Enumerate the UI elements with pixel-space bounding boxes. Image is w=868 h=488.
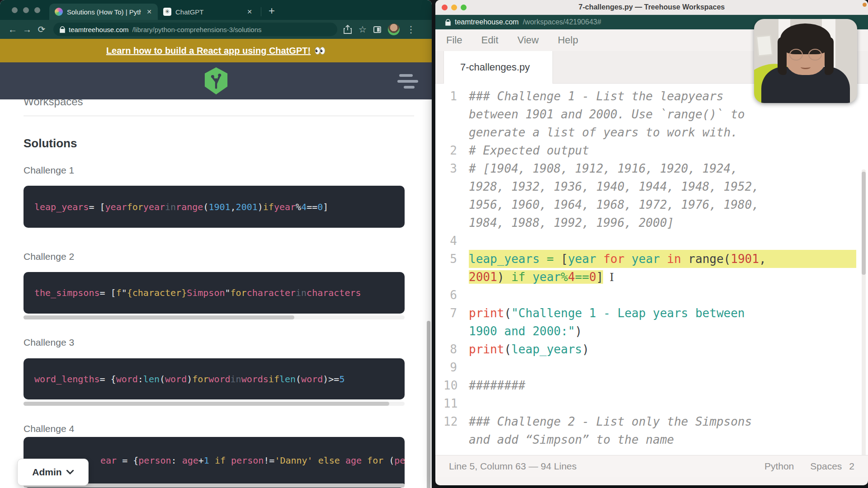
code-line[interactable]: 2001) if year%4==0]I xyxy=(435,268,868,286)
lock-icon xyxy=(445,19,451,26)
editor-scrollbar-thumb[interactable] xyxy=(862,172,866,275)
close-tab-icon[interactable]: ✕ xyxy=(145,8,153,15)
address-bar[interactable]: teamtreehouse.com/library/python-compreh… xyxy=(53,23,337,36)
profile-avatar[interactable] xyxy=(388,23,400,35)
code-line[interactable]: 9 xyxy=(435,358,868,376)
code-token: else xyxy=(313,455,345,466)
code-line[interactable]: 7print("Challenge 1 - Leap years between xyxy=(435,304,868,322)
line-number xyxy=(435,268,457,286)
code-line[interactable]: 12### Challenge 2 - List only the Simpso… xyxy=(435,413,868,431)
code-token: ( xyxy=(504,343,511,356)
code-token: age xyxy=(345,455,362,466)
line-number: 8 xyxy=(435,340,457,358)
code-token: 1984, 1988, 1992, 1996, 2000] xyxy=(469,216,674,230)
zoom-window-button[interactable] xyxy=(34,7,40,13)
code-line[interactable]: 1984, 1988, 1992, 1996, 2000] xyxy=(435,214,868,232)
code-token: if xyxy=(511,270,533,284)
breadcrumb[interactable]: Workspaces xyxy=(24,99,83,108)
reload-icon[interactable]: ⟳ xyxy=(34,24,49,35)
code-token: in xyxy=(296,287,307,298)
forward-icon[interactable]: → xyxy=(20,24,34,35)
code-token: year xyxy=(533,270,561,284)
bookmark-star-icon[interactable]: ☆ xyxy=(359,24,367,35)
close-window-button[interactable] xyxy=(12,7,18,13)
background-window-dot xyxy=(863,3,867,7)
browser-menu-icon[interactable]: ⋮ xyxy=(406,24,415,35)
code-line-text: generate a list of years to work with. xyxy=(469,123,738,141)
code-token: if xyxy=(269,374,279,385)
site-header xyxy=(0,62,432,99)
code-token: "Challenge 1 - Leap years between xyxy=(511,306,745,320)
code-token: ) xyxy=(575,324,582,338)
code-line[interactable]: between 1901 and 2000. Use `range()` to xyxy=(435,105,868,123)
code-line-text: 1928, 1932, 1936, 1940, 1944, 1948, 1952… xyxy=(469,178,759,196)
code-token: f xyxy=(116,287,122,298)
line-number: 3 xyxy=(435,160,457,178)
horizontal-scrollbar-thumb[interactable] xyxy=(24,402,389,406)
menu-edit[interactable]: Edit xyxy=(481,34,498,46)
code-token: " xyxy=(225,287,230,298)
code-editor[interactable]: 1### Challenge 1 - List the leapyearsbet… xyxy=(435,84,868,455)
code-line[interactable]: 1928, 1932, 1936, 1940, 1944, 1948, 1952… xyxy=(435,178,868,196)
code-line[interactable]: 10######## xyxy=(435,376,868,394)
promo-banner-link[interactable]: Learn how to build a React app using Cha… xyxy=(106,46,311,56)
code-token: year xyxy=(632,252,660,266)
window-title-bar[interactable]: 7-challenges.py — Treehouse Workspaces xyxy=(435,0,868,15)
code-line[interactable]: and add “Simpson” to the name xyxy=(435,431,868,449)
admin-dropdown-button[interactable]: Admin xyxy=(17,459,89,486)
minimize-window-button[interactable] xyxy=(23,7,29,13)
challenge-label: Challenge 2 xyxy=(24,251,74,262)
code-line[interactable]: 1900 and 2000:") xyxy=(435,322,868,340)
horizontal-scrollbar[interactable] xyxy=(24,402,405,406)
tab-separator xyxy=(261,7,261,16)
code-line-text: 1900 and 2000:") xyxy=(469,322,582,340)
share-icon[interactable] xyxy=(344,25,352,34)
eyes-emoji-icon: 👀 xyxy=(314,45,326,56)
code-token: in xyxy=(231,374,241,385)
window-controls[interactable] xyxy=(0,0,49,20)
close-tab-icon[interactable]: ✕ xyxy=(245,8,254,15)
treehouse-logo-icon[interactable] xyxy=(204,67,228,95)
menu-view[interactable]: View xyxy=(517,34,538,46)
code-line[interactable]: 3# [1904, 1908, 1912, 1916, 1920, 1924, xyxy=(435,160,868,178)
browser-toolbar: ← → ⟳ teamtreehouse.com/library/python-c… xyxy=(0,20,432,39)
code-line[interactable]: 8print(leap_years) xyxy=(435,340,868,358)
minimize-window-button[interactable] xyxy=(451,5,457,10)
vertical-scrollbar[interactable] xyxy=(427,321,430,488)
new-tab-button[interactable]: + xyxy=(264,5,281,20)
code-token: ] xyxy=(323,202,328,212)
side-panel-icon[interactable] xyxy=(373,26,381,33)
code-token: : xyxy=(171,455,182,466)
promo-banner[interactable]: Learn how to build a React app using Cha… xyxy=(0,39,432,62)
code-line[interactable]: 1956, 1960, 1964, 1968, 1972, 1976, 1980… xyxy=(435,196,868,214)
glasses-icon xyxy=(789,49,803,61)
indent-size[interactable]: 2 xyxy=(849,461,854,472)
page-title: Solutions xyxy=(24,136,77,150)
code-line[interactable]: generate a list of years to work with. xyxy=(435,123,868,141)
close-window-button[interactable] xyxy=(442,5,448,10)
language-mode[interactable]: Python xyxy=(764,461,794,472)
menu-file[interactable]: File xyxy=(446,34,462,46)
tab-chatgpt[interactable]: ✳ ChatGPT ✕ xyxy=(158,4,258,20)
code-token: 'Danny' xyxy=(274,455,312,466)
horizontal-scrollbar[interactable] xyxy=(24,315,405,319)
hamburger-menu-icon[interactable] xyxy=(397,74,419,92)
code-token: 1928, 1932, 1936, 1940, 1944, 1948, 1952… xyxy=(469,180,759,193)
code-token: != xyxy=(264,455,274,466)
tab-solutions[interactable]: Solutions (How To) | Python Co ✕ xyxy=(49,4,158,20)
challenge-label: Challenge 4 xyxy=(24,423,74,434)
window-controls[interactable] xyxy=(442,0,467,15)
zoom-window-button[interactable] xyxy=(461,5,467,10)
code-line[interactable]: 4 xyxy=(435,232,868,250)
code-line[interactable]: 11 xyxy=(435,394,868,413)
horizontal-scrollbar-thumb[interactable] xyxy=(24,315,294,319)
menu-help[interactable]: Help xyxy=(558,34,578,46)
code-line[interactable]: 5leap_years = [year for year in range(19… xyxy=(435,250,868,268)
back-icon[interactable]: ← xyxy=(5,24,20,35)
code-line[interactable]: 2# Expected output xyxy=(435,141,868,160)
code-token: ) xyxy=(497,270,511,284)
code-line[interactable]: 6 xyxy=(435,286,868,304)
indent-type[interactable]: Spaces xyxy=(810,461,842,472)
editor-tab-active[interactable]: 7-challenges.py xyxy=(443,51,553,84)
code-line-text: print("Challenge 1 - Leap years between xyxy=(469,304,745,322)
